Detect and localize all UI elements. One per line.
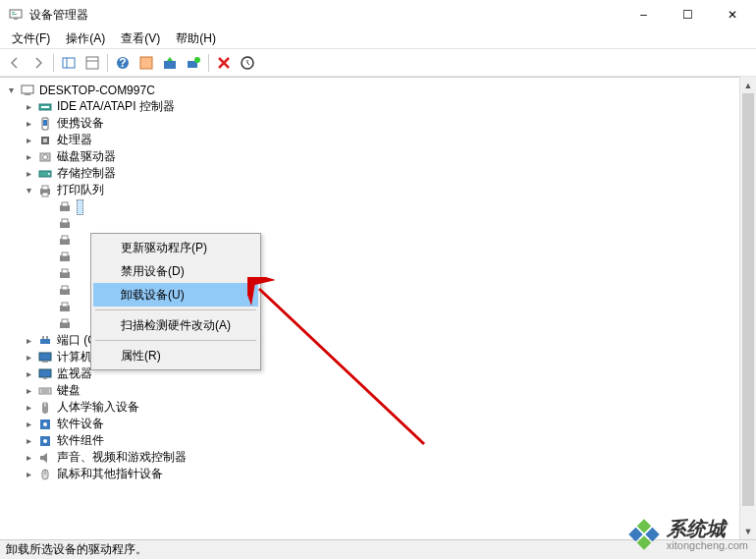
chevron-right-icon[interactable]: ▸: [22, 468, 35, 481]
svg-rect-16: [25, 93, 30, 95]
svg-rect-46: [40, 339, 50, 344]
toolbar-forward-button[interactable]: [27, 52, 49, 74]
chevron-right-icon[interactable]: ▸: [22, 367, 35, 381]
ctx-scan-hardware[interactable]: 扫描检测硬件改动(A): [93, 313, 258, 337]
chevron-right-icon[interactable]: ▸: [22, 134, 35, 147]
toolbar-uninstall-button[interactable]: [213, 52, 235, 74]
tree-node-label: IDE ATA/ATAPI 控制器: [57, 98, 175, 115]
toolbar-update-button[interactable]: [159, 52, 181, 74]
menu-separator: [95, 340, 256, 341]
chevron-right-icon[interactable]: ▸: [22, 150, 35, 164]
svg-rect-20: [43, 120, 47, 126]
scroll-up-icon[interactable]: ▲: [740, 77, 756, 93]
tree-node[interactable]: ▸磁盘驱动器: [0, 148, 756, 165]
chevron-down-icon[interactable]: ▾: [4, 84, 18, 97]
port-icon: [37, 333, 53, 349]
cpu-icon: [37, 133, 53, 148]
scrollbar[interactable]: ▲ ▼: [739, 77, 756, 539]
chevron-right-icon[interactable]: ▸: [22, 451, 35, 465]
watermark-logo-icon: [627, 518, 661, 551]
toolbar-disable-button[interactable]: [237, 52, 258, 74]
title-bar: 设备管理器 – ☐ ✕: [0, 0, 756, 29]
svg-rect-35: [62, 236, 68, 240]
svg-rect-33: [62, 219, 68, 223]
window-title: 设备管理器: [29, 7, 621, 24]
ctx-disable-device[interactable]: 禁用设备(D): [93, 259, 258, 283]
tree-node[interactable]: ▸IDE ATA/ATAPI 控制器: [0, 98, 756, 115]
tree-node[interactable]: ▸键盘: [0, 382, 756, 399]
menu-action[interactable]: 操作(A): [58, 28, 113, 49]
chevron-right-icon[interactable]: ▸: [22, 401, 35, 415]
computer-icon: [20, 83, 35, 98]
svg-point-61: [43, 439, 47, 443]
close-button[interactable]: ✕: [710, 1, 754, 28]
sound-icon: [37, 450, 53, 466]
tree-node-label: 监视器: [57, 365, 92, 382]
chevron-right-icon[interactable]: ▸: [22, 167, 35, 181]
svg-rect-29: [42, 193, 48, 196]
tree-node-label: 软件组件: [57, 432, 104, 449]
svg-rect-28: [42, 186, 48, 190]
menu-view[interactable]: 查看(V): [113, 28, 168, 49]
printer-icon: [57, 250, 73, 265]
tree-node-print-queue[interactable]: ▾ 打印队列: [0, 182, 756, 198]
ctx-properties[interactable]: 属性(R): [93, 344, 258, 367]
tree-item-printer-selected[interactable]: [0, 198, 756, 215]
chevron-right-icon[interactable]: ▸: [22, 334, 35, 348]
tree-node[interactable]: ▸软件设备: [0, 416, 756, 432]
tree-node-label: 鼠标和其他指针设备: [57, 466, 163, 482]
toolbar-help-button[interactable]: ?: [112, 52, 134, 74]
printer-icon: [57, 233, 73, 249]
chevron-right-icon[interactable]: ▸: [22, 434, 35, 448]
soft-icon: [37, 433, 53, 449]
ctx-uninstall-device[interactable]: 卸载设备(U): [93, 283, 258, 307]
menu-help[interactable]: 帮助(H): [168, 28, 224, 49]
toolbar-showhide-button[interactable]: [58, 52, 80, 74]
toolbar: ?: [0, 49, 756, 77]
chevron-right-icon[interactable]: ▸: [22, 418, 35, 431]
tree-node[interactable]: ▸便携设备: [0, 115, 756, 132]
toolbar-refresh-button[interactable]: [135, 52, 157, 74]
minimize-button[interactable]: –: [621, 1, 666, 28]
svg-rect-3: [14, 18, 18, 20]
computer-icon: [37, 350, 53, 365]
storage-icon: [37, 166, 53, 182]
chevron-right-icon[interactable]: ▸: [22, 100, 35, 114]
svg-rect-49: [39, 353, 51, 361]
chevron-right-icon[interactable]: ▸: [22, 351, 35, 364]
soft-icon: [37, 417, 53, 432]
menu-file[interactable]: 文件(F): [4, 28, 58, 49]
tree-node[interactable]: ▸声音、视频和游戏控制器: [0, 449, 756, 466]
svg-rect-11: [164, 61, 176, 69]
watermark-url: xitongcheng.com: [667, 539, 748, 551]
toolbar-back-button[interactable]: [4, 52, 26, 74]
tree-node-label: 声音、视频和游戏控制器: [57, 449, 187, 466]
tree-node[interactable]: ▸软件组件: [0, 432, 756, 449]
tree-node[interactable]: ▸人体学输入设备: [0, 399, 756, 416]
tree-node[interactable]: ▸存储控制器: [0, 165, 756, 182]
toolbar-scan-button[interactable]: [183, 52, 204, 74]
chevron-right-icon[interactable]: ▸: [22, 117, 35, 131]
svg-rect-31: [62, 202, 68, 206]
printer-icon: [57, 266, 73, 282]
printer-icon: [57, 316, 73, 332]
maximize-button[interactable]: ☐: [666, 1, 710, 28]
svg-rect-18: [41, 106, 49, 108]
toolbar-properties-button[interactable]: [81, 52, 103, 74]
status-text: 卸载所选设备的驱动程序。: [6, 541, 147, 558]
scroll-thumb[interactable]: [742, 93, 754, 506]
svg-rect-53: [39, 388, 51, 394]
chevron-right-icon[interactable]: ▸: [22, 384, 35, 398]
chevron-down-icon[interactable]: ▾: [22, 184, 35, 197]
tree-node-label: 便携设备: [57, 115, 104, 132]
tree-root[interactable]: ▾ DESKTOP-COM997C: [0, 82, 756, 98]
svg-rect-50: [42, 361, 48, 363]
ctx-update-driver[interactable]: 更新驱动程序(P): [93, 236, 258, 259]
hid-icon: [37, 400, 53, 416]
tree-item-printer[interactable]: [0, 215, 756, 232]
tree-node[interactable]: ▸处理器: [0, 132, 756, 148]
tree-node-label: 处理器: [57, 132, 92, 148]
svg-rect-52: [43, 377, 47, 379]
svg-rect-37: [62, 252, 68, 256]
tree-node[interactable]: ▸鼠标和其他指针设备: [0, 466, 756, 482]
